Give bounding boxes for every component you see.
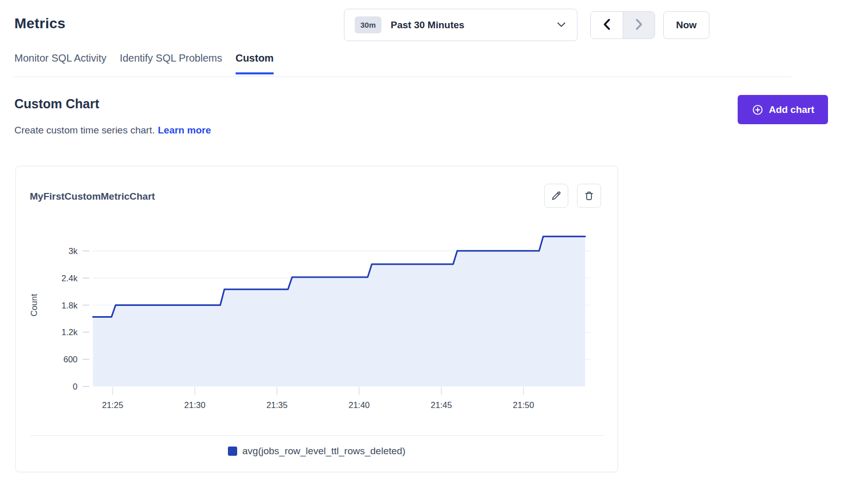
chevron-left-icon xyxy=(603,18,611,32)
svg-text:21:45: 21:45 xyxy=(431,400,452,410)
section-description-text: Create custom time series chart. xyxy=(14,125,155,135)
tab-monitor-sql-activity[interactable]: Monitor SQL Activity xyxy=(14,52,106,74)
custom-chart-card: MyFirstCustomMetricChart 06001.2k1.8k2.4… xyxy=(15,166,618,472)
svg-text:1.2k: 1.2k xyxy=(62,327,78,337)
chevron-down-icon xyxy=(557,22,566,28)
time-range-badge: 30m xyxy=(355,16,381,33)
edit-chart-button[interactable] xyxy=(544,184,568,208)
add-chart-label: Add chart xyxy=(769,104,815,115)
svg-text:Count: Count xyxy=(29,294,38,316)
svg-text:21:35: 21:35 xyxy=(266,400,287,410)
time-range-label: Past 30 Minutes xyxy=(391,20,465,31)
chevron-right-icon xyxy=(634,18,643,32)
tabs-divider xyxy=(13,76,791,77)
svg-text:21:40: 21:40 xyxy=(349,400,370,410)
now-button[interactable]: Now xyxy=(663,11,709,39)
custom-chart-plot: 06001.2k1.8k2.4k3k21:2521:3021:3521:4021… xyxy=(16,212,619,423)
svg-text:21:30: 21:30 xyxy=(184,400,205,410)
chart-legend: avg(jobs_row_level_ttl_rows_deleted) xyxy=(16,445,618,457)
metrics-page: Metrics 30m Past 30 Minutes Now Monitor … xyxy=(0,0,847,504)
legend-label: avg(jobs_row_level_ttl_rows_deleted) xyxy=(242,445,406,457)
learn-more-link[interactable]: Learn more xyxy=(158,125,210,135)
section-description: Create custom time series chart.Learn mo… xyxy=(14,125,211,136)
svg-text:600: 600 xyxy=(63,355,78,364)
page-title: Metrics xyxy=(14,15,65,32)
trash-icon xyxy=(583,190,595,202)
tab-custom[interactable]: Custom xyxy=(236,52,274,74)
legend-divider xyxy=(30,435,604,436)
svg-text:21:25: 21:25 xyxy=(102,400,123,410)
time-range-selector[interactable]: 30m Past 30 Minutes xyxy=(344,9,578,41)
next-time-button[interactable] xyxy=(623,12,654,38)
prev-time-button[interactable] xyxy=(591,12,623,38)
svg-text:2.4k: 2.4k xyxy=(62,274,78,283)
svg-text:21:50: 21:50 xyxy=(513,400,534,410)
chart-title: MyFirstCustomMetricChart xyxy=(30,191,155,202)
trash-icon-button[interactable] xyxy=(577,184,601,208)
time-nav-group xyxy=(590,11,655,39)
svg-text:1.8k: 1.8k xyxy=(62,301,78,310)
section-title: Custom Chart xyxy=(14,96,99,111)
pencil-icon xyxy=(550,190,562,202)
legend-swatch xyxy=(228,447,237,456)
svg-text:0: 0 xyxy=(73,382,78,391)
plus-circle-icon xyxy=(752,104,764,116)
tab-identify-sql-problems[interactable]: Identify SQL Problems xyxy=(120,52,222,74)
metrics-tabs: Monitor SQL Activity Identify SQL Proble… xyxy=(14,52,274,74)
svg-text:3k: 3k xyxy=(69,246,78,256)
add-chart-button[interactable]: Add chart xyxy=(738,95,828,124)
